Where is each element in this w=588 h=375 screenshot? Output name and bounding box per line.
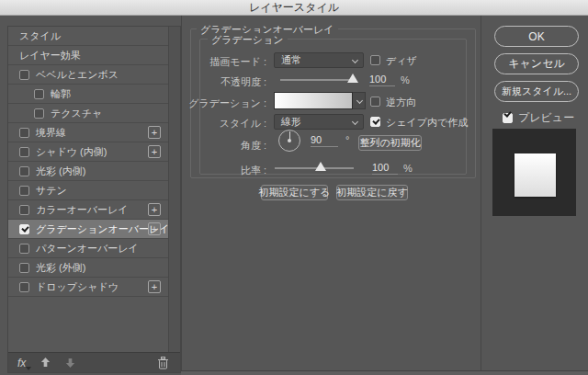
scale-value-field[interactable]: 100: [372, 162, 398, 175]
opacity-unit: %: [401, 74, 410, 85]
window-title: レイヤースタイル: [249, 0, 339, 16]
reset-to-default-button[interactable]: 初期設定に戻す: [336, 185, 408, 200]
style-select[interactable]: 線形: [274, 114, 364, 130]
effect-enable-checkbox[interactable]: [34, 108, 44, 119]
sidebar-effect-row[interactable]: 輪郭: [8, 85, 168, 104]
preview-checkbox[interactable]: [503, 113, 513, 123]
sidebar-effect-row[interactable]: サテン: [8, 181, 168, 200]
effect-enable-checkbox[interactable]: [19, 128, 29, 138]
sidebar-effect-row[interactable]: シャドウ (内側) +: [8, 142, 168, 162]
add-effect-instance-button[interactable]: +: [148, 126, 161, 139]
blend-mode-label: 描画モード :: [186, 55, 266, 69]
add-effect-instance-button[interactable]: +: [148, 145, 161, 158]
effect-row-label: 光彩 (内側): [36, 165, 85, 178]
blend-mode-value: 通常: [281, 53, 301, 67]
effect-row-label: レイヤー効果: [19, 49, 81, 62]
chevron-down-icon: [352, 57, 358, 63]
gradient-group-fieldset: グラデーション 描画モード : 通常 ディザ 不透明度 : 100 % グラデー…: [199, 39, 467, 175]
add-effect-instance-button[interactable]: +: [148, 203, 161, 216]
effect-row-label: テクスチャ: [51, 107, 102, 120]
style-preview-thumbnail: [492, 129, 576, 216]
sidebar-effect-row[interactable]: レイヤー効果: [8, 46, 168, 65]
preview-toggle-row: プレビュー: [503, 110, 574, 126]
sidebar-footer: fx: [8, 352, 180, 372]
scale-slider-track[interactable]: [275, 167, 354, 169]
effect-enable-checkbox[interactable]: [19, 147, 29, 157]
gradient-overlay-fieldset: グラデーションオーバーレイ グラデーション 描画モード : 通常 ディザ 不透明…: [190, 28, 476, 178]
effect-row-label: シャドウ (内側): [36, 145, 107, 159]
sidebar-scrollbar[interactable]: [168, 27, 180, 352]
opacity-slider-thumb[interactable]: [347, 74, 358, 83]
ok-button[interactable]: OK: [494, 26, 579, 47]
scale-unit: %: [403, 163, 413, 174]
sidebar-effect-row[interactable]: カラーオーバーレイ +: [8, 200, 168, 220]
sidebar-effect-row[interactable]: テクスチャ: [8, 104, 168, 123]
gradient-label: グラデーション :: [186, 97, 266, 110]
opacity-slider-track[interactable]: [280, 79, 352, 81]
add-effect-instance-button[interactable]: +: [148, 222, 161, 235]
effect-enable-checkbox[interactable]: [19, 282, 29, 292]
effect-enable-checkbox[interactable]: [34, 89, 44, 99]
effect-enable-checkbox[interactable]: [19, 166, 29, 176]
effect-enable-checkbox[interactable]: [19, 263, 29, 273]
opacity-value-field[interactable]: 100: [369, 74, 395, 86]
sidebar-effect-row[interactable]: 境界線 +: [8, 123, 168, 142]
make-default-button[interactable]: 初期設定にする: [261, 185, 328, 200]
dialog-bottom-edge: [181, 370, 588, 375]
sidebar-effect-row[interactable]: パターンオーバーレイ: [8, 239, 168, 258]
chevron-down-icon: [352, 119, 358, 125]
angle-dial[interactable]: [278, 130, 300, 152]
reset-alignment-button[interactable]: 整列の初期化: [358, 135, 422, 151]
gradient-swatch[interactable]: [274, 92, 353, 109]
gradient-group-title: グラデーション: [208, 33, 288, 47]
sidebar-effect-row[interactable]: スタイル: [8, 27, 168, 46]
effects-list: スタイル レイヤー効果 ベベルとエンボス 輪郭 テクスチャ 境界線 + シャドウ…: [8, 27, 168, 352]
effect-row-label: 光彩 (外側): [36, 261, 85, 275]
fx-menu-button[interactable]: fx: [17, 357, 26, 369]
sidebar-effect-row[interactable]: 光彩 (外側): [8, 258, 168, 278]
effect-enable-checkbox[interactable]: [19, 186, 29, 196]
gradient-overlay-panel: グラデーションオーバーレイ グラデーション 描画モード : 通常 ディザ 不透明…: [181, 16, 481, 370]
sidebar-effect-row[interactable]: グラデーションオーバーレイ +: [8, 220, 168, 239]
delete-effect-icon[interactable]: [157, 357, 169, 369]
sidebar-effect-row[interactable]: ドロップシャドウ +: [8, 278, 168, 297]
effect-row-label: カラーオーバーレイ: [36, 203, 129, 217]
sidebar-effect-row[interactable]: ベベルとエンボス: [8, 65, 168, 85]
scale-label: 比率 :: [186, 164, 266, 177]
effect-row-label: ドロップシャドウ: [36, 280, 119, 294]
sidebar-effect-row[interactable]: 光彩 (内側): [8, 162, 168, 181]
preview-label: プレビュー: [518, 110, 574, 126]
effect-enable-checkbox[interactable]: [19, 244, 29, 254]
dither-label: ディザ: [386, 54, 417, 68]
effect-row-label: ベベルとエンボス: [36, 68, 119, 82]
blend-mode-select[interactable]: 通常: [274, 52, 364, 68]
add-effect-instance-button[interactable]: +: [148, 280, 161, 293]
effect-row-label: 輪郭: [51, 87, 71, 101]
reverse-checkbox[interactable]: [370, 97, 380, 107]
gradient-picker-button[interactable]: [353, 92, 366, 109]
effect-row-label: 境界線: [36, 126, 66, 140]
effect-row-label: スタイル: [19, 29, 61, 43]
layer-style-dialog: レイヤースタイル スタイル レイヤー効果 ベベルとエンボス 輪郭 テクスチャ 境…: [0, 0, 588, 375]
preview-gradient-square: [514, 153, 556, 197]
window-titlebar[interactable]: レイヤースタイル: [0, 0, 588, 16]
effect-enable-checkbox[interactable]: [19, 224, 29, 234]
align-with-shape-checkbox[interactable]: [370, 117, 380, 127]
move-effect-down-icon[interactable]: [65, 358, 75, 368]
scale-slider-thumb[interactable]: [315, 162, 326, 171]
angle-value-field[interactable]: 90: [311, 134, 338, 147]
dither-checkbox[interactable]: [370, 55, 380, 65]
style-label: スタイル :: [186, 117, 266, 131]
effect-enable-checkbox[interactable]: [19, 70, 29, 80]
cancel-button[interactable]: キャンセル: [494, 53, 579, 74]
align-with-shape-label: シェイプ内で作成: [386, 116, 468, 130]
effect-enable-checkbox[interactable]: [19, 205, 29, 215]
move-effect-up-icon[interactable]: [40, 358, 51, 368]
chevron-down-icon: [356, 97, 363, 104]
angle-label: 角度 :: [186, 139, 266, 153]
effect-row-label: サテン: [36, 184, 67, 198]
angle-unit: °: [345, 134, 349, 145]
reverse-label: 逆方向: [386, 96, 416, 109]
new-style-button[interactable]: 新規スタイル...: [494, 81, 579, 102]
opacity-label: 不透明度 :: [186, 75, 266, 89]
